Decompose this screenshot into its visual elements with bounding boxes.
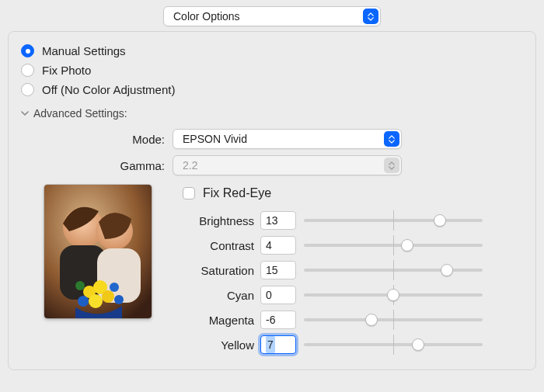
saturation-label: Saturation (183, 264, 260, 277)
fix-red-eye-checkbox[interactable]: Fix Red-Eye (183, 185, 523, 208)
chevron-updown-icon (363, 9, 378, 24)
svg-point-7 (102, 290, 114, 303)
radio-manual-settings[interactable]: Manual Settings (21, 41, 523, 61)
radio-label: Off (No Color Adjustment) (42, 83, 175, 96)
cyan-value[interactable]: 0 (260, 286, 296, 304)
svg-point-10 (110, 283, 119, 292)
checkbox-icon (183, 187, 195, 199)
mode-label: Mode: (21, 133, 173, 146)
gamma-select: 2.2 (173, 155, 402, 175)
brightness-value[interactable]: 13 (260, 211, 296, 230)
radio-icon (21, 44, 34, 57)
svg-point-12 (114, 295, 124, 304)
magenta-value[interactable]: -6 (260, 310, 296, 329)
radio-label: Fix Photo (42, 64, 91, 77)
yellow-label: Yellow (183, 338, 260, 352)
preview-image (44, 185, 152, 318)
radio-fix-photo[interactable]: Fix Photo (21, 61, 523, 80)
mode-select-value: EPSON Vivid (183, 133, 247, 145)
cyan-slider[interactable] (304, 288, 483, 302)
yellow-slider[interactable] (304, 338, 483, 352)
section-popup-label: Color Options (173, 10, 240, 23)
fix-red-eye-label: Fix Red-Eye (203, 186, 271, 200)
gamma-select-value: 2.2 (183, 159, 197, 172)
section-popup[interactable]: Color Options (163, 6, 381, 26)
brightness-slider[interactable] (304, 213, 483, 227)
radio-icon (21, 64, 34, 77)
radio-label: Manual Settings (42, 44, 126, 57)
yellow-value[interactable]: 7 (260, 335, 296, 354)
svg-point-9 (78, 296, 89, 307)
chevron-updown-icon (384, 131, 399, 147)
cyan-label: Cyan (183, 289, 260, 302)
brightness-label: Brightness (183, 214, 260, 227)
saturation-slider[interactable] (304, 263, 483, 277)
radio-off[interactable]: Off (No Color Adjustment) (21, 80, 523, 99)
contrast-slider[interactable] (304, 238, 483, 252)
chevron-updown-icon (384, 158, 399, 173)
advanced-settings-disclosure[interactable]: Advanced Settings: (21, 99, 523, 126)
contrast-value[interactable]: 4 (260, 236, 296, 255)
saturation-value[interactable]: 15 (260, 261, 296, 279)
magenta-slider[interactable] (304, 313, 483, 327)
color-options-panel: Manual Settings Fix Photo Off (No Color … (8, 31, 536, 370)
gamma-label: Gamma: (21, 159, 173, 172)
svg-point-8 (89, 294, 103, 308)
mode-select[interactable]: EPSON Vivid (173, 129, 402, 149)
magenta-label: Magenta (183, 314, 260, 327)
svg-point-11 (75, 281, 85, 290)
radio-icon (21, 83, 34, 96)
advanced-settings-title: Advanced Settings: (33, 107, 127, 120)
contrast-label: Contrast (183, 239, 260, 252)
chevron-down-icon (21, 109, 29, 117)
